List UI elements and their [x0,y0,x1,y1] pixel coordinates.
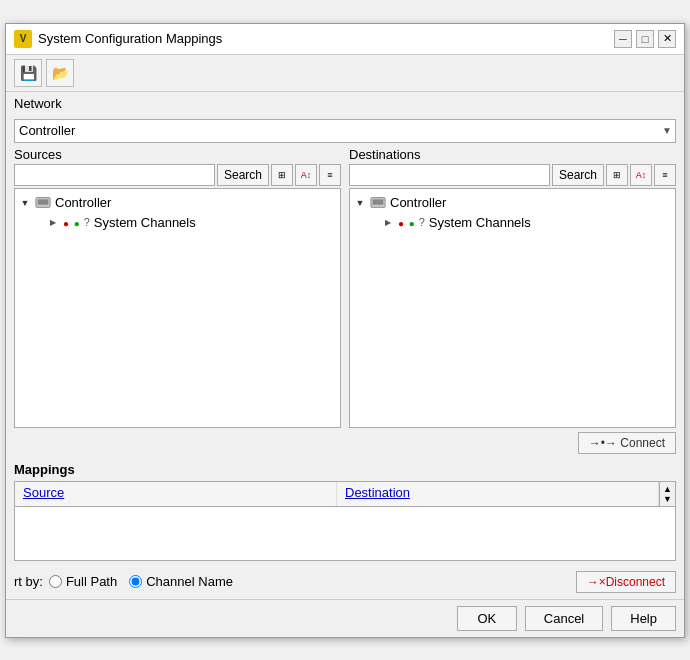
open-icon: 📂 [52,65,69,81]
destinations-title: Destinations [349,147,676,162]
main-window: V System Configuration Mappings ─ □ ✕ 💾 … [5,23,685,638]
minimize-button[interactable]: ─ [614,30,632,48]
sources-search-input[interactable] [14,164,215,186]
scroll-up-icon[interactable]: ▲ [663,484,672,494]
sources-icon-btn1[interactable]: ⊞ [271,164,293,186]
sources-search-row: Search ⊞ A↕ ≡ [14,164,341,186]
sources-child-arrow[interactable]: ▶ [47,216,59,228]
close-button[interactable]: ✕ [658,30,676,48]
mappings-destination-header[interactable]: Destination [337,482,659,506]
destinations-icon-btn2[interactable]: A↕ [630,164,652,186]
destinations-tree[interactable]: ▼ Controller ▶ ● ● ? [349,188,676,428]
help-button[interactable]: Help [611,606,676,631]
sort-row: rt by: Full Path Channel Name →×Disconne… [6,565,684,599]
destinations-child-node[interactable]: ▶ ● ● ? System Channels [382,213,671,232]
bottom-row: OK Cancel Help [6,599,684,637]
action-buttons: OK Cancel Help [457,606,676,631]
maximize-button[interactable]: □ [636,30,654,48]
title-bar-left: V System Configuration Mappings [14,30,222,48]
mappings-source-header[interactable]: Source [15,482,337,506]
svg-rect-3 [373,199,384,204]
network-section: Network Controller ▼ [6,92,684,147]
sort-channelname-label[interactable]: Channel Name [129,574,233,589]
sources-panel: Sources Search ⊞ A↕ ≡ ▼ [14,147,341,428]
network-label: Network [6,92,684,113]
sources-child-label: System Channels [94,215,196,230]
sources-search-button[interactable]: Search [217,164,269,186]
sources-title: Sources [14,147,341,162]
save-button[interactable]: 💾 [14,59,42,87]
svg-rect-1 [38,199,49,204]
destinations-status-dots: ● ● [398,215,415,230]
expand-dest-icon: ⊞ [613,170,621,180]
mappings-section: Mappings Source Destination ▲ ▼ [6,458,684,565]
ok-button[interactable]: OK [457,606,517,631]
connect-button[interactable]: →•→ Connect [578,432,676,454]
destinations-question-icon: ? [419,216,425,228]
sources-controller-icon [35,195,51,211]
destinations-child-arrow[interactable]: ▶ [382,216,394,228]
sort-icon: A↕ [301,170,312,180]
destinations-search-row: Search ⊞ A↕ ≡ [349,164,676,186]
network-row: Controller ▼ [6,115,684,147]
panels-row: Sources Search ⊞ A↕ ≡ ▼ [6,147,684,428]
sort-fullpath-label[interactable]: Full Path [49,574,117,589]
sources-root-label: Controller [55,195,111,210]
sort-fullpath-radio[interactable] [49,575,62,588]
sort-label: rt by: [14,574,43,589]
sources-icon-btn2[interactable]: A↕ [295,164,317,186]
sources-root-node[interactable]: ▼ Controller [19,193,336,213]
title-bar: V System Configuration Mappings ─ □ ✕ [6,24,684,55]
destinations-icon-btn1[interactable]: ⊞ [606,164,628,186]
mappings-label: Mappings [14,462,676,477]
sort-dest-icon: A↕ [636,170,647,180]
destinations-panel: Destinations Search ⊞ A↕ ≡ ▼ [349,147,676,428]
destinations-root-node[interactable]: ▼ Controller [354,193,671,213]
destinations-child-label: System Channels [429,215,531,230]
destinations-root-label: Controller [390,195,446,210]
disconnect-button[interactable]: →×Disconnect [576,571,676,593]
network-select[interactable]: Controller [14,119,676,143]
destinations-search-input[interactable] [349,164,550,186]
sources-child-node[interactable]: ▶ ● ● ? System Channels [47,213,336,232]
app-icon: V [14,30,32,48]
sources-tree-arrow[interactable]: ▼ [19,197,31,209]
sources-icon-btn3[interactable]: ≡ [319,164,341,186]
sort-radio-group: Full Path Channel Name [49,574,233,589]
sources-status-dots: ● ● [63,215,80,230]
destinations-tree-arrow[interactable]: ▼ [354,197,366,209]
sort-fullpath-text: Full Path [66,574,117,589]
title-controls: ─ □ ✕ [614,30,676,48]
sources-tree[interactable]: ▼ Controller ▶ ● ● ? [14,188,341,428]
save-icon: 💾 [20,65,37,81]
cancel-button[interactable]: Cancel [525,606,603,631]
list-dest-icon: ≡ [662,170,667,180]
scroll-bar[interactable]: ▲ ▼ [659,482,675,506]
destinations-controller-icon [370,195,386,211]
window-title: System Configuration Mappings [38,31,222,46]
mappings-body [15,507,675,561]
open-button[interactable]: 📂 [46,59,74,87]
sources-question-icon: ? [84,216,90,228]
sort-channelname-radio[interactable] [129,575,142,588]
sort-channelname-text: Channel Name [146,574,233,589]
destinations-icon-btn3[interactable]: ≡ [654,164,676,186]
destinations-search-button[interactable]: Search [552,164,604,186]
toolbar: 💾 📂 [6,55,684,92]
expand-icon: ⊞ [278,170,286,180]
scroll-down-icon[interactable]: ▼ [663,494,672,504]
network-select-wrapper: Controller ▼ [14,119,676,143]
list-icon: ≡ [327,170,332,180]
connect-row: →•→ Connect [6,428,684,458]
mappings-header: Source Destination ▲ ▼ [15,482,675,507]
mappings-table: Source Destination ▲ ▼ [14,481,676,561]
